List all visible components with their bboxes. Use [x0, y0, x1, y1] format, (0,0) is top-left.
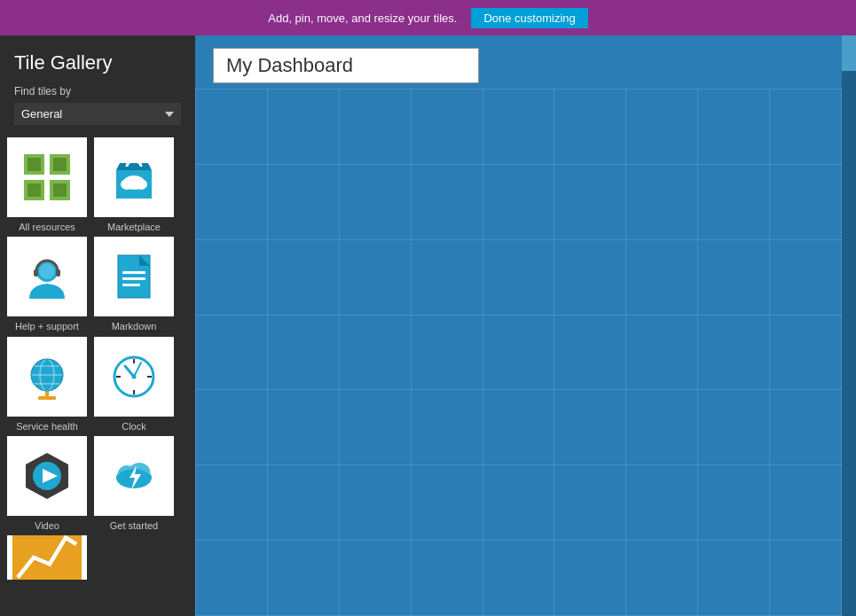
service-health-svg: [20, 350, 74, 403]
grid-cell[interactable]: [483, 315, 554, 390]
svg-point-35: [132, 374, 137, 378]
grid-cell[interactable]: [267, 315, 339, 390]
grid-cell[interactable]: [483, 164, 554, 239]
marketplace-icon-box: [94, 137, 174, 217]
grid-cell[interactable]: [411, 315, 483, 390]
tile-row: Help + support: [7, 237, 188, 332]
grid-cell[interactable]: [267, 541, 339, 616]
grid-cell[interactable]: [698, 390, 770, 465]
grid-cell[interactable]: [483, 390, 554, 465]
grid-cell[interactable]: [698, 164, 770, 239]
tile-all-resources[interactable]: All resources: [7, 137, 87, 233]
grid-cell[interactable]: [626, 239, 698, 315]
service-health-icon-box: [7, 337, 87, 417]
grid-cell[interactable]: [339, 239, 411, 315]
grid-cell[interactable]: [267, 164, 339, 239]
done-customizing-button[interactable]: Done customizing: [471, 8, 587, 28]
svg-rect-7: [53, 183, 67, 197]
grid-cell[interactable]: [483, 90, 554, 165]
trend-svg: [7, 535, 87, 580]
grid-cell[interactable]: [626, 390, 698, 465]
grid-cell[interactable]: [411, 465, 483, 541]
tile-get-started[interactable]: Get started: [94, 436, 174, 532]
category-select[interactable]: General All Monitoring Security: [14, 103, 181, 125]
grid-cell[interactable]: [483, 541, 554, 616]
grid-cell[interactable]: [626, 465, 698, 541]
grid-cell[interactable]: [770, 465, 842, 541]
grid-cell[interactable]: [411, 239, 483, 315]
grid-cell[interactable]: [196, 90, 268, 165]
grid-cell[interactable]: [770, 90, 842, 165]
grid-cell[interactable]: [698, 541, 770, 616]
grid-cell[interactable]: [196, 315, 268, 390]
grid-cell[interactable]: [411, 90, 483, 165]
grid-cell[interactable]: [267, 90, 339, 165]
grid-cell[interactable]: [770, 390, 842, 465]
help-support-label: Help + support: [15, 320, 79, 332]
tile-clock[interactable]: Clock: [94, 337, 174, 433]
grid-cell[interactable]: [196, 465, 268, 541]
grid-cell[interactable]: [554, 541, 626, 616]
grid-cell[interactable]: [267, 465, 339, 541]
grid-cell[interactable]: [339, 390, 411, 465]
tile-markdown[interactable]: Markdown: [94, 237, 174, 332]
grid-cell[interactable]: [411, 390, 483, 465]
grid-cell[interactable]: [626, 315, 698, 390]
tile-video[interactable]: Video: [7, 436, 87, 532]
scrollbar-thumb[interactable]: [842, 35, 856, 71]
tile-partial[interactable]: [7, 535, 87, 580]
grid-cell[interactable]: [554, 465, 626, 541]
grid-cell[interactable]: [626, 90, 698, 165]
marketplace-label: Marketplace: [107, 221, 161, 233]
clock-label: Clock: [122, 420, 146, 433]
grid-cell[interactable]: [698, 239, 770, 315]
grid-cell[interactable]: [339, 465, 411, 541]
all-resources-icon-box: [7, 137, 87, 217]
grid-cell[interactable]: [339, 164, 411, 239]
grid-body: [196, 90, 842, 616]
grid-cell[interactable]: [698, 90, 770, 165]
dashboard-title[interactable]: My Dashboard: [213, 48, 479, 83]
grid-cell[interactable]: [196, 390, 268, 465]
tile-service-health[interactable]: Service health: [7, 337, 87, 433]
tile-help-support[interactable]: Help + support: [7, 237, 87, 332]
svg-rect-19: [122, 284, 140, 286]
get-started-icon-box: [94, 436, 174, 516]
svg-rect-5: [53, 158, 67, 171]
grid-cell[interactable]: [626, 164, 698, 239]
grid-cell[interactable]: [339, 90, 411, 165]
tile-list-wrap[interactable]: All resources: [0, 134, 195, 616]
grid-cell[interactable]: [483, 465, 554, 541]
main-scrollbar[interactable]: [842, 35, 856, 616]
grid-cell[interactable]: [554, 390, 626, 465]
clock-icon-box: [94, 337, 174, 417]
grid-cell[interactable]: [196, 164, 268, 239]
grid-cell[interactable]: [770, 315, 842, 390]
grid-cell[interactable]: [626, 541, 698, 616]
grid-cell[interactable]: [554, 164, 626, 239]
grid-cell[interactable]: [267, 239, 339, 315]
grid-cell[interactable]: [698, 315, 770, 390]
grid-cell[interactable]: [267, 390, 339, 465]
grid-cell[interactable]: [554, 239, 626, 315]
grid-cell[interactable]: [339, 541, 411, 616]
grid-cell[interactable]: [770, 164, 842, 239]
grid-cell[interactable]: [770, 541, 842, 616]
grid-cell[interactable]: [698, 465, 770, 541]
grid-cell[interactable]: [196, 239, 268, 315]
grid-cell[interactable]: [411, 164, 483, 239]
grid-cell[interactable]: [339, 315, 411, 390]
tile-marketplace[interactable]: Marketplace: [94, 137, 174, 233]
get-started-label: Get started: [110, 519, 158, 532]
grid-cell[interactable]: [411, 541, 483, 616]
svg-rect-4: [27, 158, 41, 171]
help-svg: [20, 250, 74, 303]
all-resources-label: All resources: [19, 221, 75, 233]
grid-cell[interactable]: [554, 90, 626, 165]
grid-cell[interactable]: [554, 315, 626, 390]
video-icon-box: [7, 436, 87, 516]
grid-cell[interactable]: [483, 239, 554, 315]
grid-cell[interactable]: [770, 239, 842, 315]
grid-cell[interactable]: [196, 541, 268, 616]
video-label: Video: [35, 519, 59, 532]
